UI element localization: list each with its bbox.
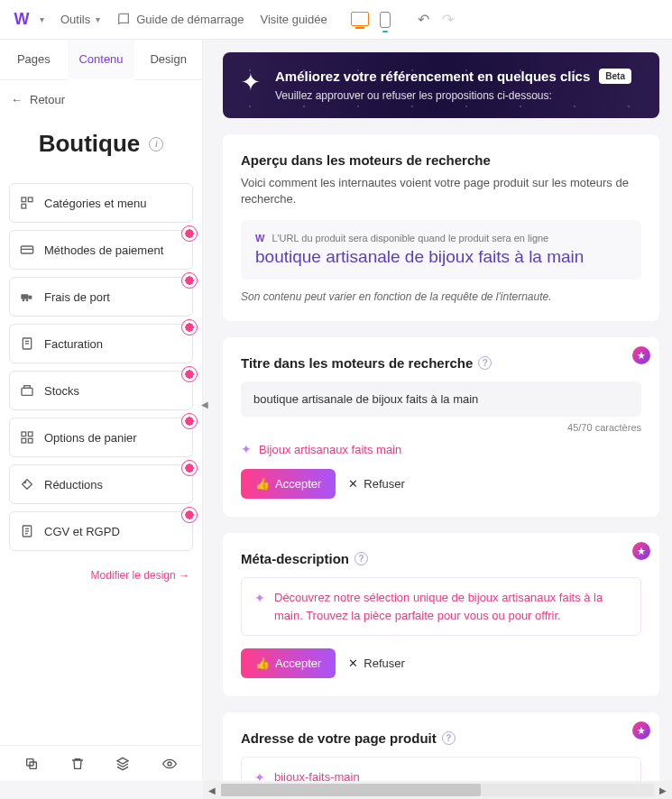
scroll-left-icon[interactable]: ◀ — [203, 785, 221, 795]
page-title: Boutique i — [0, 114, 202, 183]
arrow-left-icon: ← — [11, 93, 23, 106]
meta-desc-card: ★ Méta-description ? ✦ Découvrez notre s… — [223, 533, 659, 696]
trash-icon[interactable] — [70, 757, 85, 771]
tour-link[interactable]: Visite guidée — [260, 13, 327, 26]
refuse-button[interactable]: ✕Refuser — [348, 477, 405, 491]
menu-icon — [19, 335, 35, 352]
svg-rect-17 — [28, 438, 32, 443]
menu-icon — [19, 429, 35, 445]
eye-icon[interactable] — [161, 757, 178, 771]
menu-label: Catégories et menu — [44, 197, 146, 210]
ai-suggestion: bijoux-faits-main — [274, 768, 360, 781]
card-heading: Aperçu dans les moteurs de recherche — [241, 152, 641, 168]
top-toolbar: W ▾ Outils ▾ Guide de démarrage Visite g… — [0, 0, 672, 40]
seo-title-input[interactable]: boutique artisanale de bijoux faits à la… — [241, 381, 641, 417]
svg-rect-12 — [22, 388, 32, 395]
menu-label: CGV et RGPD — [44, 525, 120, 538]
svg-rect-13 — [24, 386, 31, 389]
menu-label: Méthodes de paiement — [44, 243, 163, 257]
book-icon — [116, 13, 131, 27]
scroll-right-icon[interactable]: ▶ — [654, 785, 672, 795]
thumbs-up-icon: 👍 — [255, 477, 270, 491]
sparkle-icon: ✦ — [254, 768, 265, 781]
horizontal-scrollbar[interactable]: ◀ ▶ — [203, 781, 672, 799]
main-content: ✦ Améliorez votre référencement en quelq… — [203, 40, 672, 781]
help-icon[interactable]: ? — [354, 552, 368, 565]
tab-content[interactable]: Contenu — [68, 40, 135, 80]
svg-point-7 — [26, 299, 29, 302]
svg-rect-15 — [28, 432, 32, 436]
ai-suggestion: Découvrez notre sélection unique de bijo… — [274, 589, 628, 624]
collapse-sidebar-icon[interactable]: ◀ — [201, 400, 208, 409]
accept-button[interactable]: 👍Accepter — [241, 648, 336, 678]
help-icon[interactable]: ? — [478, 356, 492, 370]
mobile-view-icon[interactable] — [380, 12, 391, 28]
sparkle-icon: ✦ — [241, 442, 252, 456]
tab-design[interactable]: Design — [134, 40, 202, 79]
menu-label: Réductions — [44, 478, 103, 491]
svg-rect-0 — [22, 197, 26, 202]
layers-icon[interactable] — [115, 757, 130, 771]
star-badge-icon: ★ — [181, 225, 198, 242]
undo-icon[interactable]: ↶ — [418, 11, 429, 28]
sparkle-icon: ✦ — [241, 69, 261, 96]
menu-label: Options de panier — [44, 431, 137, 445]
help-icon[interactable]: ? — [442, 731, 456, 745]
sidebar-item-2[interactable]: Frais de port★ — [9, 277, 193, 317]
chevron-down-icon[interactable]: ▾ — [40, 14, 44, 24]
thumbs-up-icon: 👍 — [255, 657, 270, 670]
menu-label: Facturation — [44, 337, 103, 351]
redo-icon: ↷ — [442, 11, 454, 28]
sidebar: Pages Contenu Design ← Retour Boutique i… — [0, 40, 203, 781]
close-icon: ✕ — [348, 477, 358, 491]
seo-preview-card: Aperçu dans les moteurs de recherche Voi… — [223, 134, 659, 321]
seo-banner: ✦ Améliorez votre référencement en quelq… — [223, 52, 659, 118]
desktop-view-icon[interactable] — [351, 12, 369, 26]
star-badge-icon: ★ — [181, 272, 198, 289]
sidebar-item-6[interactable]: Réductions★ — [9, 464, 193, 504]
menu-icon — [19, 476, 35, 492]
menu-icon — [19, 195, 35, 211]
refuse-button[interactable]: ✕Refuser — [348, 657, 405, 670]
star-badge-icon: ★ — [181, 507, 198, 523]
modify-design-link[interactable]: Modifier le design → — [0, 551, 202, 600]
guide-link[interactable]: Guide de démarrage — [116, 13, 244, 27]
ai-badge-icon: ★ — [632, 542, 650, 560]
app-logo-small: W — [255, 233, 264, 243]
accept-button[interactable]: 👍Accepter — [241, 469, 336, 499]
back-button[interactable]: ← Retour — [0, 80, 202, 114]
sidebar-item-4[interactable]: Stocks★ — [9, 371, 193, 410]
menu-label: Frais de port — [44, 290, 110, 304]
star-badge-icon: ★ — [181, 319, 198, 335]
svg-rect-16 — [22, 438, 26, 443]
app-logo[interactable]: W — [11, 9, 32, 31]
menu-icon — [19, 382, 35, 399]
sidebar-item-3[interactable]: Facturation★ — [9, 324, 193, 363]
svg-point-6 — [23, 299, 25, 302]
copy-icon[interactable] — [24, 757, 39, 771]
char-counter: 45/70 caractères — [241, 422, 641, 433]
sidebar-item-1[interactable]: Méthodes de paiement★ — [9, 230, 193, 270]
info-icon[interactable]: i — [149, 137, 163, 152]
svg-rect-2 — [22, 204, 26, 208]
menu-icon — [19, 523, 35, 539]
svg-point-18 — [24, 482, 25, 482]
star-badge-icon: ★ — [181, 460, 198, 476]
svg-point-25 — [168, 762, 171, 766]
beta-badge: Beta — [599, 69, 631, 84]
menu-icon — [19, 289, 35, 305]
star-badge-icon: ★ — [181, 366, 198, 382]
page-url-card: ★ Adresse de votre page produit ? ✦ bijo… — [223, 712, 659, 781]
star-badge-icon: ★ — [181, 413, 198, 429]
menu-label: Stocks — [44, 384, 79, 398]
sidebar-item-0[interactable]: Catégories et menu — [9, 183, 193, 223]
svg-rect-14 — [22, 432, 26, 436]
preview-link-title: boutique artisanale de bijoux faits à la… — [255, 247, 627, 267]
tab-pages[interactable]: Pages — [0, 40, 68, 79]
sidebar-item-5[interactable]: Options de panier★ — [9, 418, 193, 457]
svg-rect-8 — [28, 296, 32, 299]
search-preview: W L'URL du produit sera disponible quand… — [241, 220, 641, 280]
sidebar-item-7[interactable]: CGV et RGPD★ — [9, 511, 193, 551]
svg-rect-5 — [21, 294, 28, 298]
tools-menu[interactable]: Outils ▾ — [60, 13, 100, 26]
